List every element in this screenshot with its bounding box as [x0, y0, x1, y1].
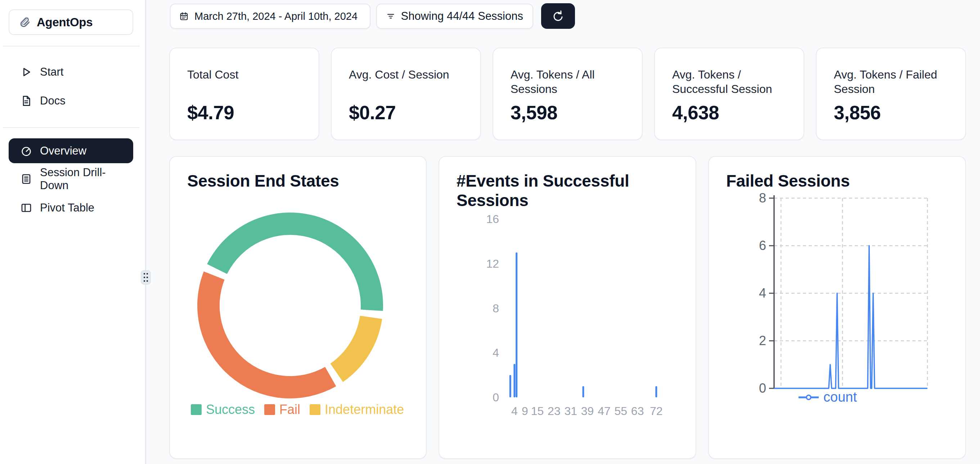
legend-label: Success: [206, 402, 255, 417]
svg-text:63: 63: [631, 405, 644, 418]
legend-label: Fail: [279, 402, 300, 417]
stat-value: 3,598: [511, 102, 557, 124]
svg-text:39: 39: [581, 405, 594, 418]
count-legend[interactable]: count: [798, 389, 857, 405]
svg-text:47: 47: [598, 405, 611, 418]
sidebar-item-label: Start: [40, 65, 64, 78]
stat-card-avg-tokens-all: Avg. Tokens / All Sessions 3,598: [493, 48, 643, 140]
file-text-icon: [21, 95, 32, 107]
sidebar-item-label: Overview: [40, 145, 86, 158]
stat-label: Total Cost: [187, 67, 313, 82]
sidebar-item-docs[interactable]: Docs: [9, 90, 133, 112]
filter-lines-icon: [386, 11, 395, 22]
sidebar-item-start[interactable]: Start: [9, 61, 133, 83]
events-in-successful-sessions-card: #Events in Successful Sessions 048121649…: [439, 156, 696, 459]
fail-swatch-icon: [264, 404, 275, 415]
svg-text:6: 6: [759, 238, 766, 253]
svg-text:55: 55: [614, 405, 627, 418]
sidebar: AgentOps Start Docs Overview: [0, 0, 146, 464]
paperclip-icon: [19, 17, 31, 28]
svg-text:12: 12: [486, 257, 499, 270]
stat-label: Avg. Cost / Session: [349, 67, 474, 82]
svg-text:0: 0: [493, 391, 499, 404]
stat-card-avg-tokens-failed: Avg. Tokens / Failed Session 3,856: [816, 48, 966, 140]
legend-item-indeterminate: Indeterminate: [310, 402, 404, 417]
sidebar-item-overview[interactable]: Overview: [9, 138, 133, 163]
svg-text:72: 72: [650, 405, 663, 418]
svg-text:8: 8: [493, 302, 499, 315]
svg-text:0: 0: [759, 381, 766, 395]
indeterminate-swatch-icon: [310, 404, 320, 415]
stat-value: 3,856: [834, 102, 881, 124]
sidebar-resize-handle[interactable]: [141, 270, 151, 285]
logo[interactable]: AgentOps: [9, 10, 133, 35]
legend-label: count: [823, 389, 857, 405]
agentops-dashboard: AgentOps Start Docs Overview: [0, 0, 980, 464]
drag-dots-icon: [143, 273, 148, 282]
date-range-button[interactable]: March 27th, 2024 - April 10th, 2024: [170, 3, 371, 29]
stat-label: Avg. Tokens / Failed Session: [834, 67, 959, 97]
svg-text:4: 4: [493, 346, 499, 359]
stat-value: 4,638: [672, 102, 719, 124]
layout-sidebar-icon: [21, 202, 32, 214]
sidebar-item-label: Docs: [40, 94, 65, 107]
svg-text:16: 16: [486, 212, 499, 225]
sidebar-item-label: Pivot Table: [40, 201, 94, 214]
sidebar-item-label: Session Drill-Down: [40, 166, 133, 192]
stat-value: $0.27: [349, 102, 396, 124]
sidebar-divider: [3, 46, 139, 46]
session-end-states-card: Session End States Success Fail Indeterm…: [169, 156, 426, 459]
stat-card-avg-cost-session: Avg. Cost / Session $0.27: [331, 48, 481, 140]
legend-label: Indeterminate: [325, 402, 404, 417]
legend-item-fail: Fail: [264, 402, 300, 417]
stat-value: $4.79: [187, 102, 234, 124]
svg-text:8: 8: [759, 191, 766, 205]
stat-card-avg-tokens-successful: Avg. Tokens / Successful Session 4,638: [654, 48, 804, 140]
sidebar-item-session-drill-down[interactable]: Session Drill-Down: [9, 168, 133, 190]
failed-sessions-card: Failed Sessions 02468 count: [708, 156, 966, 459]
sidebar-divider: [3, 127, 139, 128]
svg-text:15: 15: [531, 405, 544, 418]
sessions-filter-label: Showing 44/44 Sessions: [401, 10, 523, 23]
svg-text:4: 4: [511, 405, 518, 418]
svg-text:4: 4: [759, 286, 766, 300]
failed-sessions-line-chart: 02468: [709, 157, 967, 409]
svg-text:23: 23: [547, 405, 560, 418]
svg-text:2: 2: [759, 333, 766, 348]
svg-text:31: 31: [564, 405, 577, 418]
app-title: AgentOps: [37, 16, 92, 29]
sessions-filter-button[interactable]: Showing 44/44 Sessions: [376, 3, 533, 29]
legend-item-success: Success: [191, 402, 255, 417]
gauge-icon: [21, 145, 32, 157]
refresh-icon: [551, 9, 565, 24]
charts-row: Session End States Success Fail Indeterm…: [169, 156, 966, 459]
stat-card-total-cost: Total Cost $4.79: [169, 48, 319, 140]
donut-legend: Success Fail Indeterminate: [191, 402, 404, 417]
events-histogram-chart: 0481216491523313947556372: [439, 157, 697, 438]
file-lines-icon: [21, 173, 32, 185]
sidebar-item-pivot-table[interactable]: Pivot Table: [9, 197, 133, 219]
calendar-icon: [179, 11, 189, 21]
date-range-label: March 27th, 2024 - April 10th, 2024: [194, 10, 358, 22]
success-swatch-icon: [191, 404, 202, 415]
svg-text:9: 9: [522, 405, 528, 418]
session-end-states-donut-chart: [170, 157, 427, 402]
line-marker-icon: [798, 394, 819, 400]
stat-label: Avg. Tokens / All Sessions: [511, 67, 636, 97]
stat-label: Avg. Tokens / Successful Session: [672, 67, 798, 97]
play-icon: [21, 66, 32, 78]
refresh-button[interactable]: [541, 3, 575, 29]
stats-row: Total Cost $4.79 Avg. Cost / Session $0.…: [169, 48, 966, 140]
